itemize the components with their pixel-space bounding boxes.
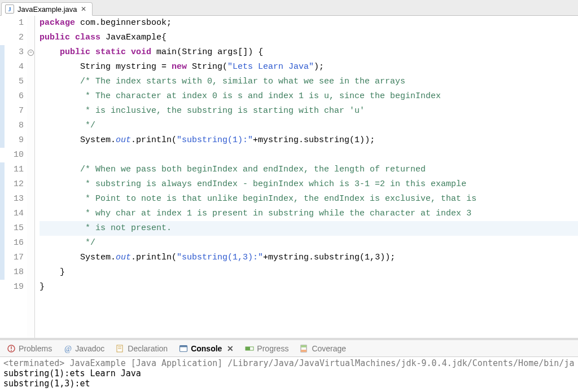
bottom-tab-declaration[interactable]: Declaration [113,343,170,354]
bottom-tab-label: Console [191,344,222,353]
bottom-tab-label: Progress [257,344,288,353]
fold-toggle-icon[interactable]: − [28,50,34,56]
coverage-icon [300,344,309,353]
console-launch-header: <terminated> JavaExample [Java Applicati… [3,358,575,368]
coverage-segment [0,206,5,221]
close-tab-icon[interactable]: ✕ [81,5,86,13]
close-view-icon[interactable]: ✕ [227,344,234,353]
line-number: 8 [5,118,24,133]
line-number: 15 [5,221,24,236]
bottom-tab-problems[interactable]: Problems [5,343,54,354]
line-number: 9 [5,133,24,148]
code-line[interactable]: * Point to note is that unlike beginInde… [40,192,578,206]
svg-rect-12 [301,345,306,347]
coverage-segment [0,74,5,89]
coverage-segment [0,60,5,74]
code-line[interactable]: */ [40,236,578,250]
editor-tab-label: JavaExample.java [17,5,77,14]
progress-icon [245,344,254,353]
coverage-segment [0,104,5,118]
line-number: 14 [5,206,24,221]
code-line[interactable]: } [40,280,578,294]
coverage-ruler [0,16,5,338]
svg-rect-13 [301,350,306,352]
code-line[interactable]: * is inclusive, the substring is startin… [40,104,578,118]
code-line[interactable]: */ [40,118,578,133]
console-icon [179,344,188,353]
editor-tab-bar: J JavaExample.java ✕ [0,0,578,16]
code-line[interactable]: System.out.println("substring(1,3):"+mys… [40,250,578,265]
code-line[interactable]: String mystring = new String("Lets Learn… [40,60,578,74]
fold-marker-bar: − [27,16,35,338]
coverage-segment [0,118,5,133]
bottom-tab-label: Declaration [128,344,168,353]
code-line[interactable]: * is not present. [40,221,578,236]
line-number: 10 [5,148,24,162]
console-output: substring(1):ets Learn Javasubstring(1,3… [3,368,575,389]
line-number: 18 [5,265,24,280]
console-line: substring(1):ets Learn Java [3,368,575,378]
bottom-tab-coverage[interactable]: Coverage [297,343,348,354]
code-line[interactable]: System.out.println("substring(1):"+mystr… [40,133,578,148]
line-number: 7 [5,104,24,118]
code-line[interactable]: * The character at index 0 is s and inde… [40,89,578,104]
line-number: 12 [5,177,24,192]
coverage-segment [0,265,5,280]
line-number: 6 [5,89,24,104]
code-line[interactable]: package com.beginnersbook; [40,16,578,30]
coverage-segment [0,45,5,60]
svg-text:@: @ [64,345,72,353]
code-line[interactable]: * why char at index 1 is present in subs… [40,206,578,221]
line-number: 3 [5,45,24,60]
code-line[interactable]: public static void main(String args[]) { [40,45,578,60]
java-file-icon: J [5,5,14,14]
code-line[interactable] [40,148,578,162]
line-number: 19 [5,280,24,294]
coverage-segment [0,89,5,104]
editor-tab-javaexample[interactable]: J JavaExample.java ✕ [1,2,93,16]
line-number: 17 [5,250,24,265]
line-number: 13 [5,192,24,206]
code-line[interactable]: /* The index starts with 0, similar to w… [40,74,578,89]
coverage-segment [0,16,5,30]
bottom-view-tabs: Problems@JavadocDeclarationConsole ✕Prog… [0,340,578,357]
console-line: substring(1,3):et [3,378,575,389]
code-editor[interactable]: 12345678910111213141516171819 − package … [0,16,578,338]
coverage-segment [0,133,5,148]
bottom-tab-console[interactable]: Console ✕ [177,343,236,354]
bottom-tab-label: Coverage [312,344,346,353]
coverage-segment [0,236,5,250]
line-number: 5 [5,74,24,89]
line-number: 1 [5,16,24,30]
line-number: 2 [5,30,24,45]
problems-icon [7,344,16,353]
bottom-tab-javadoc[interactable]: @Javadoc [61,343,107,354]
bottom-tab-progress[interactable]: Progress [243,343,291,354]
svg-rect-10 [246,347,250,350]
coverage-segment [0,162,5,177]
bottom-tab-label: Problems [19,344,52,353]
console-view: <terminated> JavaExample [Java Applicati… [0,357,578,392]
code-line[interactable]: } [40,265,578,280]
svg-point-2 [11,350,12,351]
coverage-segment [0,280,5,294]
code-line[interactable]: public class JavaExample{ [40,30,578,45]
line-number: 11 [5,162,24,177]
line-number-gutter: 12345678910111213141516171819 [5,16,27,338]
code-line[interactable]: * substring is always endIndex - beginIn… [40,177,578,192]
coverage-segment [0,177,5,192]
bottom-tab-label: Javadoc [75,344,104,353]
svg-rect-8 [180,345,187,347]
line-number: 16 [5,236,24,250]
coverage-segment [0,148,5,162]
declaration-icon [116,344,125,353]
coverage-segment [0,30,5,45]
line-number: 4 [5,60,24,74]
coverage-segment [0,250,5,265]
coverage-segment [0,221,5,236]
javadoc-icon: @ [63,344,72,353]
code-line[interactable]: /* When we pass both beginIndex and endI… [40,162,578,177]
code-area[interactable]: package com.beginnersbook;public class J… [35,16,578,338]
coverage-segment [0,192,5,206]
